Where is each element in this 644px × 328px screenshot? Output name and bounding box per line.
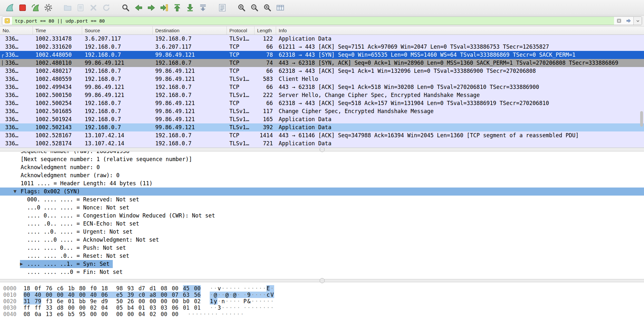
hex-byte[interactable]: 00	[101, 311, 116, 317]
column-header-time[interactable]: Time	[33, 26, 82, 34]
ascii-char[interactable]: ·	[251, 285, 255, 292]
hex-byte[interactable]: 76	[46, 285, 57, 292]
ascii-char[interactable]: ·	[237, 304, 243, 311]
packet-row[interactable]: 336…1002.500254192.168.0.799.86.49.121TC…	[0, 99, 644, 107]
hex-byte[interactable]: 06	[172, 304, 183, 311]
hex-byte[interactable]: 03	[161, 304, 172, 311]
detail-line[interactable]: .... .... ...0 = Fin: Not set	[0, 268, 644, 276]
hex-byte[interactable]: 00	[79, 292, 90, 298]
hex-byte[interactable]: 00	[149, 298, 160, 304]
ascii-char[interactable]: ·	[259, 285, 263, 292]
detail-line[interactable]: ...0 .... .... = Nonce: Not set	[0, 204, 644, 212]
ascii-char[interactable]: ·	[243, 292, 247, 298]
detail-line[interactable]: 1011 .... = Header Length: 44 bytes (11)	[0, 179, 644, 188]
ascii-char[interactable]: ·	[236, 311, 240, 317]
hex-byte[interactable]: 1b	[68, 285, 79, 292]
ascii-char[interactable]: ·	[247, 285, 251, 292]
go-to-packet-button[interactable]	[158, 1, 171, 14]
hex-byte[interactable]: b0	[183, 298, 194, 304]
hex-byte[interactable]: 04	[139, 311, 149, 317]
column-header-no[interactable]: No.	[0, 26, 33, 34]
hex-byte[interactable]: 0f	[34, 285, 45, 292]
ascii-char[interactable]: ·	[255, 298, 259, 304]
ascii-char[interactable]: ·	[187, 311, 191, 317]
last-packet-button[interactable]	[184, 1, 197, 14]
next-packet-button[interactable]	[145, 1, 158, 14]
ascii-char[interactable]: ·	[263, 298, 266, 304]
ascii-char[interactable]: ·	[221, 311, 225, 317]
ascii-char[interactable]: ·	[233, 285, 237, 292]
ascii-char[interactable]: ·	[217, 298, 221, 304]
hex-byte[interactable]: 08	[161, 285, 172, 292]
ascii-char[interactable]: ·	[270, 285, 274, 292]
hex-byte[interactable]: e5	[116, 292, 127, 298]
packet-row[interactable]: 336…1002.501924192.168.0.799.86.49.121TL…	[0, 115, 644, 123]
ascii-char[interactable]: ·	[210, 304, 214, 311]
hex-byte[interactable]: 00	[161, 311, 172, 317]
hex-byte[interactable]: 08	[24, 311, 34, 317]
packet-row[interactable]: 336…1002.480217192.168.0.799.86.49.121TC…	[0, 67, 644, 75]
hex-byte[interactable]: ff	[24, 304, 34, 311]
ascii-char[interactable]: ·	[255, 285, 259, 292]
detail-line[interactable]: Acknowledgment number (raw): 0	[0, 171, 644, 179]
hex-byte[interactable]: 06	[101, 292, 116, 298]
hex-byte[interactable]: 00	[90, 311, 101, 317]
ascii-char[interactable]: &	[247, 298, 251, 304]
ascii-char[interactable]: ·	[229, 292, 233, 298]
hex-byte[interactable]: d7	[139, 285, 149, 292]
detail-line[interactable]: .... 0... .... = Congestion Window Reduc…	[0, 212, 644, 220]
ascii-char[interactable]: @	[214, 292, 217, 298]
column-header-source[interactable]: Source	[82, 26, 153, 34]
ascii-char[interactable]: ·	[259, 298, 263, 304]
ascii-char[interactable]: ·	[237, 285, 243, 292]
find-packet-button[interactable]	[119, 1, 132, 14]
hex-byte[interactable]: 01	[183, 304, 194, 311]
previous-packet-button[interactable]	[132, 1, 145, 14]
ascii-char[interactable]: ·	[210, 285, 214, 292]
packet-row[interactable]: 336…1002.52817413.107.42.14192.168.0.7TL…	[0, 140, 644, 148]
hex-byte[interactable]: 33	[46, 304, 57, 311]
hex-byte[interactable]: 00	[127, 311, 138, 317]
ascii-char[interactable]: P	[243, 298, 247, 304]
ascii-char[interactable]: ·	[191, 311, 195, 317]
ascii-char[interactable]: ·	[215, 311, 221, 317]
ascii-char[interactable]: @	[225, 292, 229, 298]
splitter-detail-bytes[interactable]	[0, 279, 644, 282]
ascii-char[interactable]: ·	[210, 292, 214, 298]
ascii-char[interactable]: ·	[255, 292, 259, 298]
hex-byte[interactable]: b4	[127, 304, 138, 311]
hex-byte[interactable]: 45	[183, 285, 194, 292]
ascii-char[interactable]: ·	[195, 311, 199, 317]
ascii-char[interactable]: ·	[266, 304, 270, 311]
hex-byte[interactable]: 18	[101, 285, 116, 292]
hex-byte[interactable]: a8	[149, 292, 160, 298]
hex-byte[interactable]: e6	[57, 311, 68, 317]
hex-byte[interactable]: d8	[57, 304, 68, 311]
packet-row[interactable]: 336…1002.50015099.86.49.121192.168.0.7TL…	[0, 91, 644, 99]
hex-byte[interactable]: 01	[139, 304, 149, 311]
ascii-char[interactable]: ·	[266, 298, 270, 304]
hex-byte[interactable]: 40	[68, 292, 79, 298]
hex-byte[interactable]: f3	[46, 298, 57, 304]
hex-byte[interactable]: 03	[149, 304, 160, 311]
hex-byte[interactable]: 26	[127, 298, 138, 304]
ascii-char[interactable]: ·	[233, 311, 236, 317]
detail-line[interactable]: .... .... .0.. = Reset: Not set	[0, 252, 644, 260]
ascii-char[interactable]: ·	[237, 292, 243, 298]
hex-byte[interactable]: 93	[127, 285, 138, 292]
detail-line[interactable]: 000. .... .... = Reserved: Not set	[0, 196, 644, 204]
hex-byte[interactable]: 07	[172, 292, 183, 298]
detail-line[interactable]: .... ...0 .... = Acknowledgment: Not set	[0, 236, 644, 244]
ascii-char[interactable]: ·	[225, 311, 229, 317]
hex-byte[interactable]: 00	[172, 285, 183, 292]
filter-bookmark-icon[interactable]	[2, 17, 12, 25]
zoom-out-button[interactable]	[248, 1, 261, 14]
hex-byte[interactable]: bb	[79, 298, 90, 304]
detail-line[interactable]: ▼Flags: 0x002 (SYN)	[0, 188, 644, 196]
hex-byte[interactable]: c6	[57, 285, 68, 292]
ascii-char[interactable]: @	[233, 292, 237, 298]
hex-byte[interactable]: d9	[101, 298, 116, 304]
ascii-char[interactable]: ·	[225, 304, 229, 311]
hex-byte[interactable]: f0	[90, 285, 101, 292]
ascii-char[interactable]: ·	[247, 304, 251, 311]
